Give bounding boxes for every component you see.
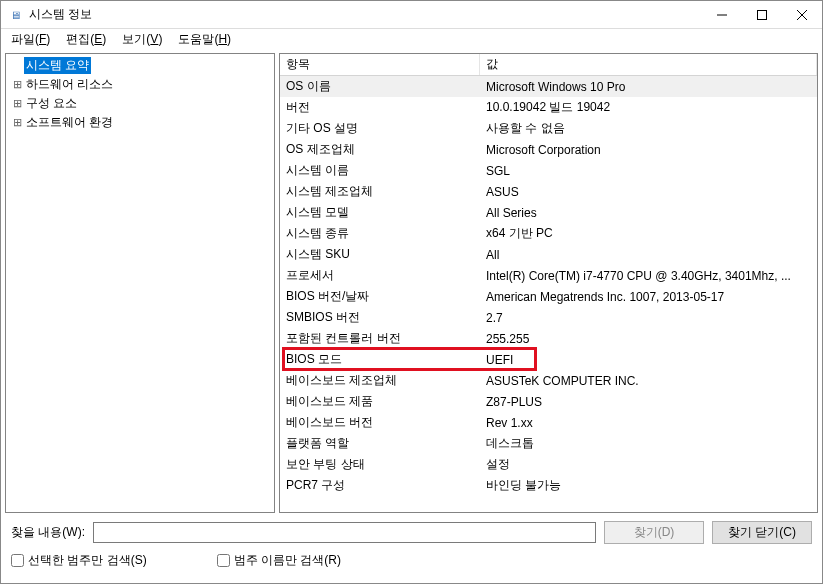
- table-row[interactable]: BIOS 버전/날짜American Megatrends Inc. 1007,…: [280, 286, 817, 307]
- tree-expander-icon[interactable]: ⊞: [10, 78, 24, 91]
- checkbox-selected-only[interactable]: [11, 554, 24, 567]
- category-tree[interactable]: 시스템 요약 ⊞하드웨어 리소스⊞구성 요소⊞소프트웨어 환경: [5, 53, 275, 513]
- table-row[interactable]: 베이스보드 제품Z87-PLUS: [280, 391, 817, 412]
- check-selected-only[interactable]: 선택한 범주만 검색(S): [11, 552, 147, 569]
- window-title: 시스템 정보: [29, 6, 702, 23]
- check-names-only[interactable]: 범주 이름만 검색(R): [217, 552, 341, 569]
- row-key: 베이스보드 제조업체: [280, 372, 480, 389]
- table-row[interactable]: 베이스보드 제조업체ASUSTeK COMPUTER INC.: [280, 370, 817, 391]
- row-key: PCR7 구성: [280, 477, 480, 494]
- table-row[interactable]: SMBIOS 버전2.7: [280, 307, 817, 328]
- search-label: 찾을 내용(W):: [11, 524, 85, 541]
- row-value: 10.0.19042 빌드 19042: [480, 99, 817, 116]
- menubar: 파일(F) 편집(E) 보기(V) 도움말(H): [1, 29, 822, 49]
- list-header: 항목 값: [280, 54, 817, 76]
- menu-file[interactable]: 파일(F): [5, 30, 56, 49]
- tree-expander-icon[interactable]: ⊞: [10, 116, 24, 129]
- check-row: 선택한 범주만 검색(S) 범주 이름만 검색(R): [11, 552, 812, 575]
- tree-item-label: 하드웨어 리소스: [24, 76, 115, 93]
- tree-root[interactable]: 시스템 요약: [6, 56, 274, 75]
- table-row[interactable]: 플랫폼 역할데스크톱: [280, 433, 817, 454]
- window-controls: [702, 1, 822, 29]
- search-input[interactable]: [93, 522, 596, 543]
- row-key: 베이스보드 제품: [280, 393, 480, 410]
- content-area: 시스템 요약 ⊞하드웨어 리소스⊞구성 요소⊞소프트웨어 환경 항목 값 OS …: [1, 49, 822, 517]
- tree-expander-icon[interactable]: ⊞: [10, 97, 24, 110]
- details-list: 항목 값 OS 이름Microsoft Windows 10 Pro버전10.0…: [279, 53, 818, 513]
- table-row[interactable]: PCR7 구성바인딩 불가능: [280, 475, 817, 496]
- table-row[interactable]: OS 제조업체Microsoft Corporation: [280, 139, 817, 160]
- row-key: 시스템 모델: [280, 204, 480, 221]
- close-button[interactable]: [782, 1, 822, 29]
- row-value: Intel(R) Core(TM) i7-4770 CPU @ 3.40GHz,…: [480, 269, 817, 283]
- tree-item[interactable]: ⊞소프트웨어 환경: [6, 113, 274, 132]
- titlebar: 🖥 시스템 정보: [1, 1, 822, 29]
- table-row[interactable]: 시스템 종류x64 기반 PC: [280, 223, 817, 244]
- row-key: 버전: [280, 99, 480, 116]
- row-value: x64 기반 PC: [480, 225, 817, 242]
- table-row[interactable]: 시스템 이름SGL: [280, 160, 817, 181]
- row-value: 데스크톱: [480, 435, 817, 452]
- row-value: 255.255: [480, 332, 817, 346]
- tree-item-label: 구성 요소: [24, 95, 79, 112]
- row-key: 시스템 SKU: [280, 246, 480, 263]
- row-key: 시스템 이름: [280, 162, 480, 179]
- row-value: UEFI: [480, 353, 817, 367]
- row-key: 시스템 종류: [280, 225, 480, 242]
- table-row[interactable]: OS 이름Microsoft Windows 10 Pro: [280, 76, 817, 97]
- row-key: 포함된 컨트롤러 버전: [280, 330, 480, 347]
- table-row[interactable]: 시스템 SKUAll: [280, 244, 817, 265]
- table-row[interactable]: 버전10.0.19042 빌드 19042: [280, 97, 817, 118]
- row-key: OS 제조업체: [280, 141, 480, 158]
- maximize-button[interactable]: [742, 1, 782, 29]
- checkbox-names-only[interactable]: [217, 554, 230, 567]
- table-row[interactable]: 포함된 컨트롤러 버전255.255: [280, 328, 817, 349]
- table-row[interactable]: 시스템 모델All Series: [280, 202, 817, 223]
- tree-item[interactable]: ⊞구성 요소: [6, 94, 274, 113]
- row-key: 기타 OS 설명: [280, 120, 480, 137]
- table-row[interactable]: 기타 OS 설명사용할 수 없음: [280, 118, 817, 139]
- menu-edit[interactable]: 편집(E): [60, 30, 112, 49]
- row-value: Z87-PLUS: [480, 395, 817, 409]
- row-key: BIOS 모드: [280, 351, 480, 368]
- row-value: Microsoft Windows 10 Pro: [480, 80, 817, 94]
- app-icon: 🖥: [7, 7, 23, 23]
- row-value: ASUSTeK COMPUTER INC.: [480, 374, 817, 388]
- search-row: 찾을 내용(W): 찾기(D) 찾기 닫기(C): [11, 521, 812, 544]
- row-value: SGL: [480, 164, 817, 178]
- row-key: 플랫폼 역할: [280, 435, 480, 452]
- tree-item[interactable]: ⊞하드웨어 리소스: [6, 75, 274, 94]
- bottom-panel: 찾을 내용(W): 찾기(D) 찾기 닫기(C) 선택한 범주만 검색(S) 범…: [1, 517, 822, 579]
- row-key: OS 이름: [280, 78, 480, 95]
- row-key: 베이스보드 버전: [280, 414, 480, 431]
- table-row[interactable]: 프로세서Intel(R) Core(TM) i7-4770 CPU @ 3.40…: [280, 265, 817, 286]
- row-key: 시스템 제조업체: [280, 183, 480, 200]
- row-value: Rev 1.xx: [480, 416, 817, 430]
- table-row[interactable]: 보안 부팅 상태설정: [280, 454, 817, 475]
- row-key: 프로세서: [280, 267, 480, 284]
- find-button[interactable]: 찾기(D): [604, 521, 704, 544]
- column-header-value[interactable]: 값: [480, 54, 817, 75]
- menu-view[interactable]: 보기(V): [116, 30, 168, 49]
- row-value: 설정: [480, 456, 817, 473]
- close-find-button[interactable]: 찾기 닫기(C): [712, 521, 812, 544]
- row-value: Microsoft Corporation: [480, 143, 817, 157]
- column-header-item[interactable]: 항목: [280, 54, 480, 75]
- row-key: SMBIOS 버전: [280, 309, 480, 326]
- row-value: 바인딩 불가능: [480, 477, 817, 494]
- row-value: All Series: [480, 206, 817, 220]
- table-row[interactable]: 베이스보드 버전Rev 1.xx: [280, 412, 817, 433]
- row-value: ASUS: [480, 185, 817, 199]
- row-value: 2.7: [480, 311, 817, 325]
- row-value: American Megatrends Inc. 1007, 2013-05-1…: [480, 290, 817, 304]
- row-value: 사용할 수 없음: [480, 120, 817, 137]
- table-row[interactable]: BIOS 모드UEFI: [280, 349, 817, 370]
- menu-help[interactable]: 도움말(H): [172, 30, 237, 49]
- row-value: All: [480, 248, 817, 262]
- svg-rect-1: [758, 10, 767, 19]
- list-body[interactable]: OS 이름Microsoft Windows 10 Pro버전10.0.1904…: [280, 76, 817, 512]
- table-row[interactable]: 시스템 제조업체ASUS: [280, 181, 817, 202]
- minimize-button[interactable]: [702, 1, 742, 29]
- row-key: BIOS 버전/날짜: [280, 288, 480, 305]
- row-key: 보안 부팅 상태: [280, 456, 480, 473]
